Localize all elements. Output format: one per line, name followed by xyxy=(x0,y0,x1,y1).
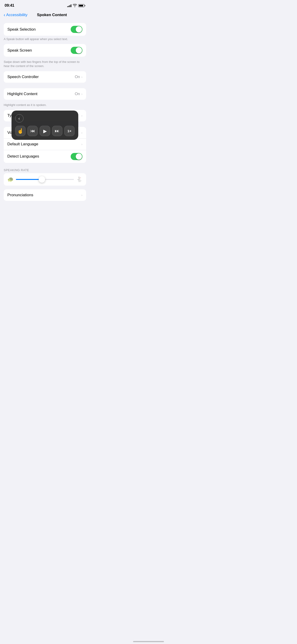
speak-screen-section: Speak Screen xyxy=(4,44,86,57)
detect-languages-toggle[interactable] xyxy=(71,153,82,160)
speech-controller-card: Speech Controller On › xyxy=(4,71,86,83)
speaking-rate-fill xyxy=(16,179,42,180)
speech-controller-right: On › xyxy=(75,75,82,79)
status-bar: 09:41 xyxy=(0,0,90,10)
voices-chevron-icon: › xyxy=(81,131,82,134)
highlight-content-section: Highlight Content On › xyxy=(4,88,86,100)
pronunciations-chevron-icon: › xyxy=(81,193,82,197)
speak-screen-card: Speak Screen xyxy=(4,44,86,57)
speak-selection-toggle[interactable] xyxy=(71,26,82,33)
nav-header: ‹ Accessibility Spoken Content xyxy=(0,10,90,22)
speech-controller-row[interactable]: Speech Controller On › xyxy=(4,71,86,83)
overlay-back-row: ‹ xyxy=(15,114,74,122)
voices-right: › xyxy=(81,131,82,134)
speech-controller-overlay: ‹ ⏮ ▶ ⏭ 1× xyxy=(12,110,78,140)
speak-selection-card: Speak Selection xyxy=(4,23,86,36)
default-language-row[interactable]: Default Language › xyxy=(4,138,86,150)
highlight-content-label: Highlight Content xyxy=(7,92,37,96)
overlay-play-button[interactable]: ▶ xyxy=(40,126,50,136)
speak-screen-toggle[interactable] xyxy=(71,47,82,54)
overlay-back-button[interactable]: ‹ xyxy=(15,114,24,122)
speak-screen-description: Swipe down with two fingers from the top… xyxy=(0,58,90,71)
default-language-label: Default Language xyxy=(7,142,38,146)
pronunciations-row[interactable]: Pronunciations › xyxy=(4,189,86,201)
highlight-content-row[interactable]: Highlight Content On › xyxy=(4,88,86,100)
fast-speed-icon: 🐇 xyxy=(76,176,82,182)
pronunciations-right: › xyxy=(81,193,82,197)
back-chevron-icon: ‹ xyxy=(4,12,5,18)
slow-speed-icon: 🐢 xyxy=(7,176,14,182)
speak-selection-row: Speak Selection xyxy=(4,23,86,36)
overlay-back-chevron-icon: ‹ xyxy=(18,116,20,121)
speaking-rate-thumb[interactable] xyxy=(39,176,45,183)
speaking-rate-track[interactable] xyxy=(16,179,74,180)
battery-icon xyxy=(78,4,85,7)
speaking-rate-label: SPEAKING RATE xyxy=(0,165,90,173)
speaking-rate-slider-container: 🐢 🐇 xyxy=(4,173,86,186)
pronunciations-label: Pronunciations xyxy=(7,193,33,198)
typing-chevron-icon: › xyxy=(81,114,82,118)
speak-screen-row: Speak Screen xyxy=(4,44,86,57)
pronunciations-card: Pronunciations › xyxy=(4,189,86,201)
status-time: 09:41 xyxy=(4,3,14,8)
speech-controller-value: On xyxy=(75,75,80,79)
back-label: Accessibility xyxy=(6,13,28,17)
speak-selection-description: A Speak button will appear when you sele… xyxy=(0,36,90,44)
highlight-content-right: On › xyxy=(75,92,82,96)
highlight-content-card: Highlight Content On › xyxy=(4,88,86,100)
speed-label: 1× xyxy=(68,129,71,133)
overlay-hand-button[interactable] xyxy=(15,126,26,136)
wifi-icon xyxy=(73,4,77,7)
highlight-content-chevron-icon: › xyxy=(81,92,82,96)
speech-controller-section: Speech Controller On › xyxy=(4,71,86,83)
speak-selection-section: Speak Selection xyxy=(4,23,86,36)
signal-icon xyxy=(67,4,71,7)
status-icons xyxy=(67,4,85,7)
overlay-next-button[interactable]: ⏭ xyxy=(52,126,62,136)
next-icon: ⏭ xyxy=(55,128,60,134)
overlay-controls: ⏮ ▶ ⏭ 1× xyxy=(15,126,74,136)
default-language-right: › xyxy=(81,142,82,146)
page-title: Spoken Content xyxy=(29,13,74,17)
back-button[interactable]: ‹ Accessibility xyxy=(2,12,29,18)
overlay-prev-button[interactable]: ⏮ xyxy=(28,126,38,136)
detect-languages-row: Detect Languages xyxy=(4,150,86,163)
overlay-speed-button[interactable]: 1× xyxy=(64,126,74,136)
hand-icon xyxy=(17,128,24,134)
speech-controller-label: Speech Controller xyxy=(7,75,39,79)
default-language-chevron-icon: › xyxy=(81,142,82,146)
highlight-content-value: On xyxy=(75,92,80,96)
detect-languages-label: Detect Languages xyxy=(7,154,39,159)
speak-screen-label: Speak Screen xyxy=(7,48,32,53)
speak-selection-label: Speak Selection xyxy=(7,27,36,32)
speech-controller-chevron-icon: › xyxy=(81,75,82,79)
prev-icon: ⏮ xyxy=(30,128,35,134)
play-icon: ▶ xyxy=(43,128,47,134)
typing-right: › xyxy=(81,114,82,118)
pronunciations-section: Pronunciations › xyxy=(4,189,86,201)
highlight-content-description: Highlight content as it is spoken. xyxy=(0,102,90,110)
